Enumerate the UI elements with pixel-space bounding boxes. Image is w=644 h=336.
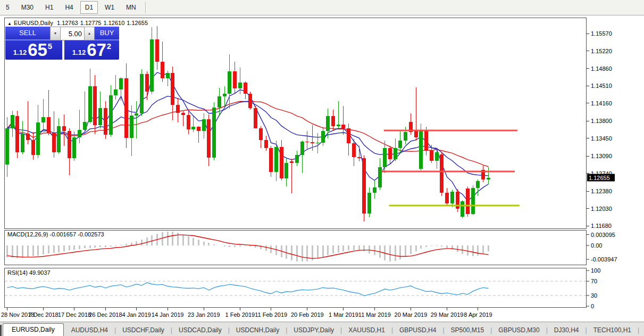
rsi-pane[interactable] [4,268,587,308]
volume-decrease-button[interactable]: ▼ [50,27,61,40]
tab-dj30-h4[interactable]: DJ30,H4 [548,324,586,336]
tab-gbpusd-h4[interactable]: GBPUSD,H4 [393,324,442,336]
price-axis-label: 1.15220 [591,48,612,54]
tab-xauusd-h1[interactable]: XAUUSD,H1 [342,324,391,336]
date-axis-label: 17 Dec 2018 [58,312,91,318]
price-axis-label: 1.14860 [591,65,612,72]
tab-stub [0,325,2,336]
price-axis-label: 1.13090 [591,153,612,159]
chevron-down-icon: ▼ [54,31,57,35]
chart-header: ▲EURUSD,Daily 1.127631.127751.126101.126… [7,20,150,26]
mt4-window: 5M30H1H4D1W1MN ▲EURUSD,Daily 1.127631.12… [0,0,644,336]
macd-axis-label: -0.003947 [591,256,617,263]
rsi-axis-label: 0 [591,303,594,309]
period-button-h4[interactable]: H4 [60,1,78,14]
tab-sp500-m15[interactable]: SP500,M15 [445,324,491,336]
chart-tab-bar: EURUSD,DailyAUDUSD,H4|USDCHF,Daily|USDCA… [0,322,644,336]
date-axis-label: 7 Dec 2018 [28,312,58,318]
period-button-5[interactable]: 5 [1,1,14,14]
tab-tech100-h1[interactable]: TECH100,H1 [587,324,638,336]
tab-usdcad-daily[interactable]: USDCAD,Daily [172,324,228,336]
chevron-up-icon: ▲ [88,31,91,35]
ohlc-high: 1.12775 [80,20,102,26]
price-axis-label: 1.14510 [591,83,612,89]
tab-usdjpy-daily[interactable]: USDJPY,Daily [287,324,340,336]
period-button-m30[interactable]: M30 [16,1,38,14]
tab-uko[interactable]: UKO [639,324,644,336]
date-axis-label: 1 Mar 2019 [329,312,358,318]
volume-increase-button[interactable]: ▲ [84,27,95,40]
date-axis-label: 20 Feb 2019 [291,312,324,318]
current-price-label: 1.12655 [589,175,610,181]
bid-prefix: 1.12 [13,47,27,58]
price-axis-label: 1.12740 [591,170,612,177]
ask-prefix: 1.12 [72,47,86,58]
price-axis-label: 1.13800 [591,118,612,124]
ohlc-close: 1.12655 [127,20,148,26]
period-button-d1[interactable]: D1 [80,1,98,14]
bid-price[interactable]: 1.12 65 5 [5,40,60,60]
date-axis-label: 23 Jan 2019 [188,312,220,318]
symbol-triangle-icon: ▲ [7,21,12,26]
buy-button[interactable]: BUY [95,27,119,40]
date-axis-label: 14 Jan 2019 [152,312,184,318]
period-button-mn[interactable]: MN [121,1,141,14]
price-axis-label: 1.13450 [591,135,612,142]
ohlc-open: 1.12763 [57,20,78,26]
ohlc-low: 1.12610 [103,20,124,26]
chart-symbol-label: EURUSD,Daily [14,20,53,26]
period-button-w1[interactable]: W1 [100,1,119,14]
current-price-badge [587,174,615,182]
rsi-axis-label: 30 [591,292,597,299]
tab-gbpusd-m30[interactable]: GBPUSD,M30 [492,324,546,336]
date-axis-label: 1 Feb 2019 [225,312,255,318]
ask-pip-digit: 2 [107,42,111,51]
tab-usdchf-daily[interactable]: USDCHF,Daily [116,324,171,336]
tab-usdcnh-daily[interactable]: USDCNH,Daily [230,324,286,336]
price-axis-label: 1.12030 [591,206,612,212]
volume-input[interactable] [61,27,84,40]
date-axis-label: 28 Nov 2018 [1,312,34,318]
ask-price[interactable]: 1.12 67 2 [62,40,119,60]
date-axis-label: 8 Apr 2019 [464,312,492,318]
date-axis-label: 11 Mar 2019 [358,312,391,318]
date-axis-label: 11 Feb 2019 [255,312,287,318]
tab-eurusd-daily[interactable]: EURUSD,Daily [3,323,64,336]
ask-big-digits: 67 [87,42,106,58]
rsi-axis-label: 100 [591,267,600,274]
price-axis-label: 1.11680 [591,223,612,229]
timeframe-toolbar: 5M30H1H4D1W1MN [0,0,644,15]
one-click-trade-panel: SELL ▼ ▲ BUY 1.12 65 5 1.12 67 2 [5,27,119,60]
period-button-h1[interactable]: H1 [40,1,58,14]
bid-pip-digit: 5 [48,42,52,51]
tab-audusd-h4[interactable]: AUDUSD,H4 [65,324,114,336]
price-axis-label: 1.15570 [591,30,612,37]
macd-axis-label: 0.00 [591,242,602,249]
bid-big-digits: 65 [28,42,47,58]
rsi-axis-label: 70 [591,278,597,284]
price-axis-label: 1.12380 [591,188,612,194]
macd-pane[interactable] [4,230,587,265]
price-axis-label: 1.14160 [591,100,612,106]
date-axis-label: 26 Dec 2018 [89,312,122,318]
date-axis-label: 4 Jan 2019 [122,312,151,318]
macd-axis-label: 0.003095 [591,232,615,238]
toolbar-separator [145,2,146,13]
date-axis-label: 20 Mar 2019 [395,312,428,318]
date-axis-label: 29 Mar 2019 [431,312,464,318]
sell-button[interactable]: SELL [5,27,50,40]
